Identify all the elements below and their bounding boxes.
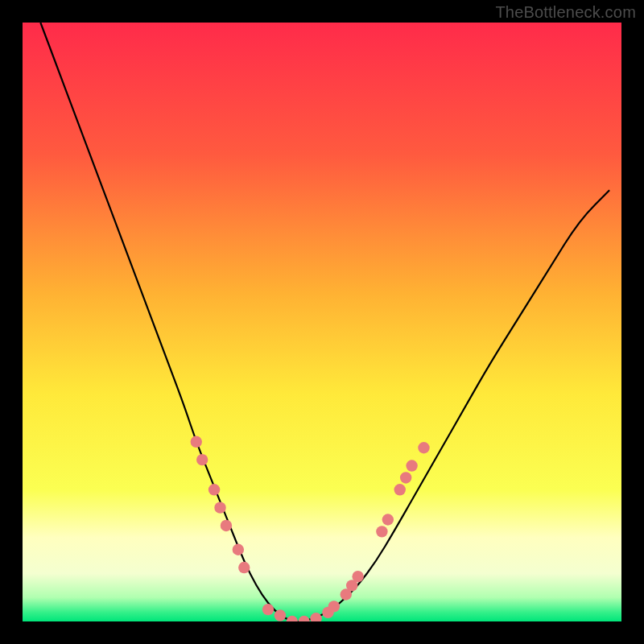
marker-dot (328, 601, 340, 612)
marker-dot (352, 571, 363, 582)
marker-dot (406, 460, 417, 471)
marker-dot (191, 436, 202, 448)
marker-dot (233, 544, 244, 555)
marker-dot (382, 514, 394, 525)
bottleneck-chart (23, 23, 621, 621)
watermark-text: TheBottleneck.com (495, 3, 636, 22)
chart-frame (23, 23, 621, 621)
marker-dot (262, 604, 274, 615)
marker-dot (238, 562, 250, 573)
marker-dot (275, 609, 286, 621)
marker-dot (418, 442, 429, 453)
marker-dot (214, 502, 225, 513)
marker-dot (196, 454, 208, 465)
gradient-background (23, 23, 621, 621)
marker-dot (394, 484, 406, 495)
marker-dot (376, 526, 387, 537)
marker-dot (400, 472, 411, 483)
marker-dot (221, 520, 232, 531)
marker-dot (208, 484, 220, 495)
